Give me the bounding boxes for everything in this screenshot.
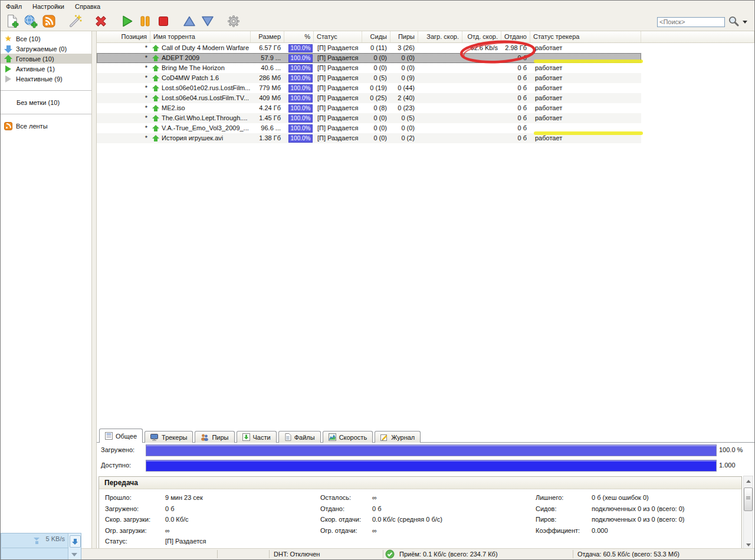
column-percent[interactable]: % (284, 31, 314, 42)
seeding-arrow-icon (152, 74, 159, 82)
torrent-name: ME2.iso (162, 103, 185, 113)
stop-button[interactable] (156, 14, 171, 29)
table-row[interactable]: * ME2.iso 4.24 Гб 100.0% [П] Раздается 0… (97, 103, 641, 113)
move-down-button[interactable] (200, 14, 215, 29)
torrent-list-header: Позиция Имя торрента Размер % Статус Сид… (97, 31, 754, 43)
transfer-label: Скор. загрузки: (105, 514, 165, 525)
rss-button[interactable] (41, 14, 57, 29)
column-name[interactable]: Имя торрента (150, 31, 251, 42)
tab-label: Пиры (212, 434, 228, 441)
scroll-up-button[interactable] (744, 477, 753, 486)
progress-badge: 100.0% (288, 104, 313, 113)
column-seeds[interactable]: Сиды (362, 31, 390, 42)
transfer-value: 0.0 Кб/с (средняя 0 б/с) (372, 514, 442, 525)
tab-trackers[interactable]: Трекеры (145, 431, 193, 443)
search-icon[interactable] (728, 15, 740, 28)
search-dropdown-caret[interactable] (743, 21, 747, 24)
remove-button[interactable] (93, 14, 109, 29)
sidebar-item-no-label[interactable]: Без метки (10) (1, 97, 91, 107)
upload-rate-status: Отдача: 60.5 Кб/с (всего: 53.3 Мб) (577, 551, 680, 558)
seeding-arrow-icon (152, 84, 159, 92)
utorrent-window: Файл Настройки Справка ★ Все (10) (0, 0, 755, 560)
sidebar-item-label: Активные (1) (16, 65, 55, 73)
add-url-button[interactable] (23, 14, 38, 29)
detail-scrollbar[interactable] (743, 476, 753, 551)
speed-dropdown-caret[interactable] (71, 553, 77, 556)
cell-peers: 0 (0) (390, 53, 418, 63)
sidebar-item-all-feeds[interactable]: Все ленты (1, 121, 91, 131)
column-tracker-status[interactable]: Статус трекера (530, 31, 641, 42)
menu-settings[interactable]: Настройки (27, 2, 70, 11)
cell-percent: 100.0% (284, 93, 314, 103)
sidebar-item-all[interactable]: ★ Все (10) (1, 34, 91, 44)
tab-peers[interactable]: Пиры (195, 431, 234, 443)
cell-status: [П] Раздается (314, 63, 362, 73)
cell-size: 1.38 Гб (251, 133, 284, 143)
transfer-line: Прошло: 9 мин 23 сек (105, 492, 317, 503)
seeding-arrow-icon (152, 54, 159, 62)
scroll-thumb[interactable] (744, 487, 753, 511)
sidebar-item-downloading[interactable]: Загружаемые (0) (1, 44, 91, 54)
add-torrent-button[interactable] (5, 14, 20, 29)
cell-uploaded: 0 б (501, 133, 530, 143)
loaded-progress-bar (146, 444, 717, 456)
column-position[interactable]: Позиция (97, 31, 150, 42)
cell-seeds: 0 (11) (362, 43, 390, 53)
move-up-button[interactable] (182, 14, 197, 29)
download-limit-button[interactable] (70, 535, 81, 548)
menu-file[interactable]: Файл (1, 2, 27, 11)
transfer-line: Пиров: подключенных 0 из 0 (всего: 0) (536, 514, 739, 525)
tab-files[interactable]: Файлы (278, 431, 321, 443)
transfer-value: 0.0 Кб/с (165, 514, 189, 525)
pencil-log-icon (380, 433, 388, 441)
cell-peers: 0 (0) (390, 63, 418, 73)
table-row[interactable]: * CoD4MW Patch 1.6 286 Мб 100.0% [П] Раз… (97, 73, 641, 83)
cell-status: [П] Раздается (314, 83, 362, 93)
progress-badge: 100.0% (288, 134, 313, 143)
column-peers[interactable]: Пиры (390, 31, 418, 42)
tab-speed[interactable]: Скорость (323, 431, 373, 443)
cell-position: * (97, 103, 150, 113)
tab-general[interactable]: Общее (99, 429, 143, 443)
transfer-label: Статус: (105, 536, 165, 547)
table-row[interactable]: * Lost.s06e01e02.rus.LostFilm... 779 Мб … (97, 83, 641, 93)
progress-badge: 100.0% (288, 74, 313, 83)
table-row[interactable]: * Call of Duty 4 Modern Warfare 6.57 Гб … (97, 43, 641, 53)
sidebar-item-inactive[interactable]: Неактивные (9) (1, 74, 91, 84)
play-icon (4, 65, 12, 73)
column-size[interactable]: Размер (251, 31, 284, 42)
speed-chart-icon (329, 433, 336, 441)
transfer-line: Сидов: подключенных 0 из 0 (всего: 0) (536, 503, 739, 515)
table-row[interactable]: * Bring Me The Horizon 40.6 ... 100.0% [… (97, 63, 641, 73)
table-row[interactable]: * Lost.s06e04.rus.LostFilm.TV... 409 Мб … (97, 93, 641, 103)
column-status[interactable]: Статус (314, 31, 362, 42)
sidebar-item-label: Загружаемые (0) (16, 45, 67, 52)
create-torrent-button[interactable] (67, 14, 83, 29)
cell-peers: 0 (23) (390, 103, 418, 113)
graph-gridline (2, 548, 68, 548)
transfer-col-3: Лишнего: 0 б (хеш ошибок 0) Сидов: подкл… (536, 492, 739, 536)
cell-percent: 100.0% (284, 103, 314, 113)
cell-seeds: 0 (19) (362, 83, 390, 93)
search-input[interactable] (657, 17, 725, 27)
transfer-line: Осталось: ∞ (320, 492, 533, 503)
column-down-speed[interactable]: Загр. скор. (418, 31, 462, 42)
start-button[interactable] (119, 14, 134, 29)
table-row[interactable]: * The.Girl.Who.Lept.Through.... 1.45 Гб … (97, 113, 641, 123)
statusbar-divider (269, 550, 270, 558)
torrent-name: ADEPT 2009 (162, 53, 199, 63)
transfer-label: Прошло: (105, 492, 165, 503)
cell-status: [П] Раздается (314, 103, 362, 113)
transfer-value: 0 б (хеш ошибок 0) (592, 492, 649, 503)
sidebar-item-active[interactable]: Активные (1) (1, 64, 91, 74)
tab-log[interactable]: Журнал (375, 431, 421, 443)
preferences-button[interactable] (226, 14, 241, 29)
transfer-label: Огр. загрузки: (105, 525, 165, 536)
pause-button[interactable] (137, 14, 153, 29)
transfer-label: Осталось: (320, 492, 372, 503)
menu-help[interactable]: Справка (70, 2, 106, 11)
sidebar-item-label: Готовые (10) (16, 55, 54, 62)
tab-pieces[interactable]: Части (237, 431, 277, 443)
tab-label: Части (253, 434, 271, 441)
sidebar-item-completed[interactable]: Готовые (10) (1, 54, 91, 64)
